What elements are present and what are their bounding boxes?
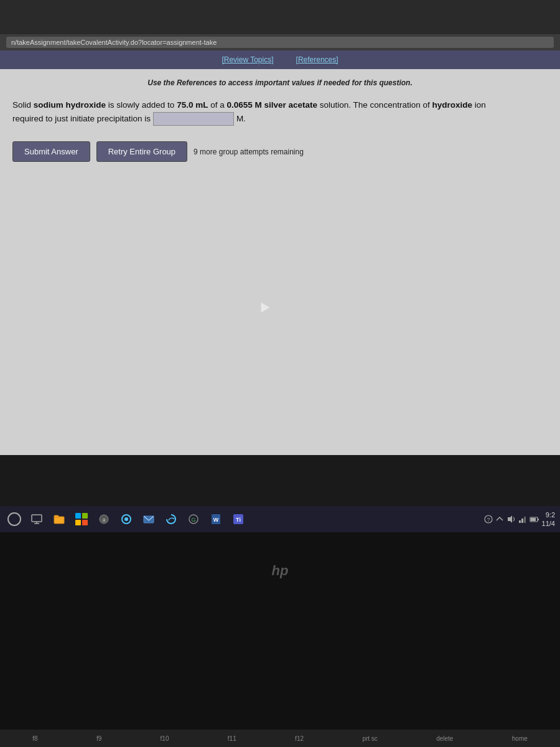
taskbar-app1-icon[interactable]: a [95, 510, 113, 529]
taskbar-clock: 9:2 11/4 [542, 510, 555, 529]
address-bar-area: n/takeAssignment/takeCovalentActivity.do… [0, 34, 560, 50]
speaker-icon[interactable] [506, 514, 516, 524]
attempts-remaining-text: 9 more group attempts remaining [194, 148, 304, 156]
tab-bar: [Review Topics] [References] [0, 50, 560, 69]
bold-volume: 75.0 mL [177, 100, 208, 110]
taskbar-windows-icon[interactable] [72, 510, 91, 529]
battery-icon [530, 514, 539, 524]
svg-rect-20 [521, 519, 523, 523]
network-icon [518, 514, 528, 524]
tab-references[interactable]: [References] [291, 54, 343, 65]
bold-concentration: 0.0655 M [226, 100, 261, 110]
top-bar [0, 0, 560, 34]
svg-rect-21 [524, 517, 526, 523]
main-content: Use the References to access important v… [0, 69, 560, 455]
key-delete: delete [436, 735, 453, 742]
svg-rect-24 [538, 519, 539, 520]
svg-text:G: G [191, 517, 195, 523]
key-prtsc: prt sc [362, 735, 377, 742]
taskbar-file-explorer-icon[interactable] [50, 510, 68, 529]
svg-text:a: a [102, 517, 105, 523]
address-bar[interactable]: n/takeAssignment/takeCovalentActivity.do… [6, 37, 554, 48]
taskbar-system-icons: ? [483, 514, 539, 524]
svg-rect-4 [54, 515, 58, 517]
svg-text:Ti: Ti [236, 517, 241, 523]
bold-sodium-hydroxide: sodium hydroxide [34, 100, 106, 110]
svg-text:?: ? [487, 517, 490, 523]
button-row: Submit Answer Retry Entire Group 9 more … [12, 141, 548, 162]
retry-entire-group-button[interactable]: Retry Entire Group [96, 141, 187, 162]
question-icon: ? [483, 514, 493, 524]
taskbar-mail-icon[interactable] [139, 510, 158, 529]
references-note: Use the References to access important v… [12, 78, 548, 87]
svg-rect-19 [519, 520, 521, 523]
taskbar-google-icon[interactable]: G [184, 510, 203, 529]
question-text: Solid sodium hydroxide is slowly added t… [12, 98, 548, 126]
svg-point-8 [124, 517, 128, 521]
bold-silver-acetate: silver acetate [264, 100, 318, 110]
answer-input[interactable] [153, 112, 234, 126]
chevron-up-icon [495, 515, 504, 524]
svg-rect-3 [54, 517, 64, 524]
svg-rect-0 [32, 515, 42, 522]
tab-review-topics[interactable]: [Review Topics] [217, 54, 278, 65]
taskbar: a G W Ti [0, 506, 560, 532]
svg-marker-18 [508, 515, 512, 523]
keyboard-bar: f8 f9 f10 f11 f12 prt sc delete home [0, 730, 560, 747]
clock-time: 9:2 [542, 510, 555, 519]
key-f10: f10 [161, 735, 169, 742]
svg-text:W: W [213, 517, 219, 523]
taskbar-teams-icon[interactable]: Ti [229, 510, 248, 529]
taskbar-desktop-icon[interactable] [27, 510, 46, 529]
start-button[interactable] [5, 510, 24, 529]
unit-label: M. [236, 114, 246, 123]
submit-answer-button[interactable]: Submit Answer [12, 141, 90, 162]
key-home: home [512, 735, 528, 742]
svg-rect-23 [531, 518, 536, 521]
bold-hydroxide: hydroxide [432, 100, 472, 110]
clock-date: 11/4 [542, 519, 555, 528]
start-circle-icon [7, 512, 21, 526]
key-f9: f9 [96, 735, 101, 742]
hp-logo: hp [272, 563, 289, 579]
key-f8: f8 [32, 735, 37, 742]
key-f11: f11 [228, 735, 236, 742]
browser-content: [Review Topics] [References] Use the Ref… [0, 50, 560, 455]
taskbar-right: ? 9:2 11/4 [483, 510, 555, 529]
taskbar-word-icon[interactable]: W [207, 510, 225, 529]
key-f12: f12 [295, 735, 304, 742]
taskbar-cortana-icon[interactable] [117, 510, 136, 529]
taskbar-edge-icon[interactable] [162, 510, 180, 529]
